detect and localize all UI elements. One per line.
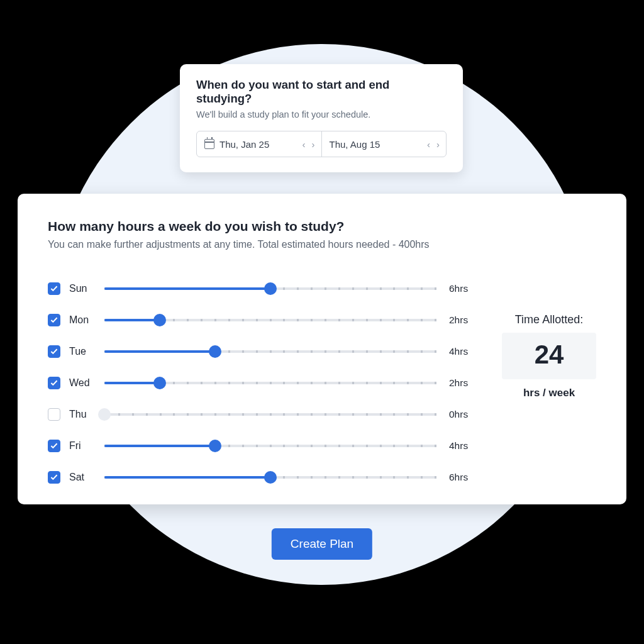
hours-slider[interactable] (104, 314, 436, 326)
day-row: Mon2hrs (48, 304, 480, 336)
dates-subtitle: We'll build a study plan to fit your sch… (196, 109, 447, 119)
study-hours-card: How many hours a week do you wish to stu… (18, 194, 626, 504)
hours-value: 6hrs (449, 472, 480, 483)
create-plan-button[interactable]: Create Plan (272, 528, 372, 560)
day-checkbox[interactable] (48, 345, 60, 358)
day-label: Sun (69, 283, 104, 294)
day-label: Sat (69, 472, 104, 483)
dates-title: When do you want to start and end studyi… (196, 78, 447, 106)
date-range-picker: Thu, Jan 25 ‹ › Thu, Aug 15 ‹ › (196, 131, 447, 157)
slider-thumb[interactable] (153, 314, 166, 326)
start-date-label: Thu, Jan 25 (219, 139, 297, 150)
slider-thumb[interactable] (264, 282, 277, 295)
slider-thumb[interactable] (209, 440, 221, 452)
days-list: Sun6hrsMon2hrsTue4hrsWed2hrsThu0hrsFri4h… (48, 273, 480, 493)
hours-slider[interactable] (104, 377, 436, 389)
day-checkbox[interactable] (48, 282, 60, 295)
day-label: Tue (69, 346, 104, 357)
hours-slider[interactable] (104, 471, 436, 484)
hours-value: 0hrs (449, 409, 480, 420)
allotted-title: Time Allotted: (502, 313, 596, 326)
allotted-unit: hrs / week (502, 387, 596, 399)
slider-thumb[interactable] (153, 377, 166, 389)
hours-value: 4hrs (449, 346, 480, 357)
day-row: Tue4hrs (48, 336, 480, 367)
hours-slider[interactable] (104, 345, 436, 358)
day-label: Wed (69, 377, 104, 389)
time-allotted-panel: Time Allotted: 24 hrs / week (502, 273, 596, 399)
day-label: Mon (69, 314, 104, 326)
hours-value: 6hrs (449, 283, 480, 294)
start-date-next-icon[interactable]: › (312, 140, 315, 149)
end-date-field[interactable]: Thu, Aug 15 ‹ › (322, 131, 447, 157)
day-checkbox[interactable] (48, 314, 60, 326)
allotted-box: 24 (502, 333, 596, 379)
start-date-field[interactable]: Thu, Jan 25 ‹ › (197, 131, 322, 157)
day-row: Sun6hrs (48, 273, 480, 304)
day-checkbox[interactable] (48, 408, 60, 421)
end-date-prev-icon[interactable]: ‹ (427, 140, 430, 149)
slider-thumb[interactable] (209, 345, 221, 358)
start-date-prev-icon[interactable]: ‹ (303, 140, 306, 149)
allotted-value: 24 (508, 341, 590, 368)
hours-title: How many hours a week do you wish to stu… (48, 219, 596, 234)
hours-slider[interactable] (104, 440, 436, 452)
end-date-label: Thu, Aug 15 (330, 139, 423, 150)
hours-value: 4hrs (449, 440, 480, 452)
end-date-next-icon[interactable]: › (436, 140, 440, 149)
day-row: Wed2hrs (48, 367, 480, 399)
hours-value: 2hrs (449, 314, 480, 326)
day-checkbox[interactable] (48, 377, 60, 389)
hours-subtitle: You can make further adjustments at any … (48, 239, 596, 250)
hours-slider[interactable] (104, 282, 436, 295)
day-row: Thu0hrs (48, 399, 480, 430)
day-checkbox[interactable] (48, 471, 60, 484)
day-label: Fri (69, 440, 104, 452)
hours-value: 2hrs (449, 377, 480, 389)
calendar-icon (204, 139, 214, 149)
day-row: Fri4hrs (48, 430, 480, 462)
hours-slider[interactable] (104, 408, 436, 421)
slider-thumb[interactable] (98, 408, 111, 421)
study-dates-card: When do you want to start and end studyi… (180, 64, 463, 172)
slider-thumb[interactable] (264, 471, 277, 484)
day-checkbox[interactable] (48, 440, 60, 452)
day-row: Sat6hrs (48, 462, 480, 493)
